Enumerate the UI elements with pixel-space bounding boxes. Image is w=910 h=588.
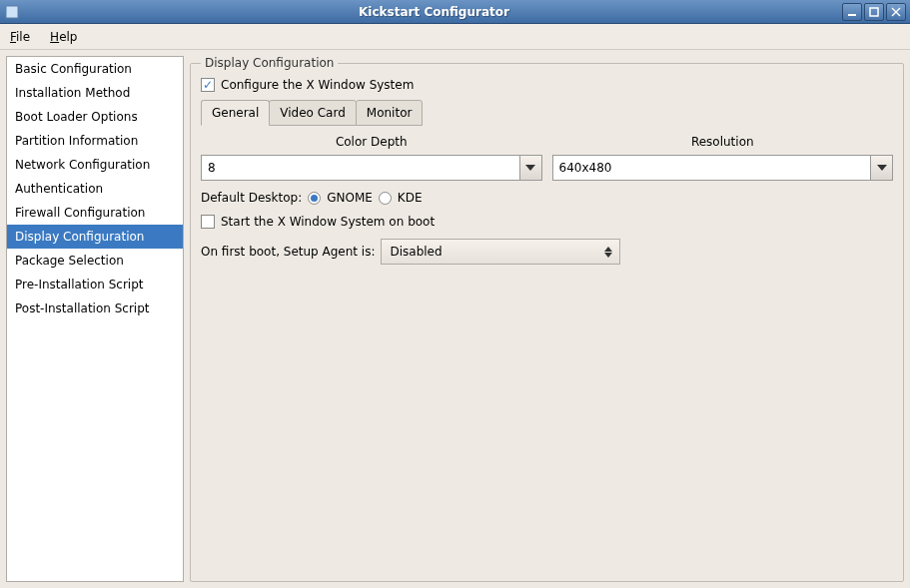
svg-marker-8 <box>604 253 612 258</box>
setup-agent-row: On first boot, Setup Agent is: Disabled <box>201 239 893 265</box>
resolution-value: 640x480 <box>553 156 871 180</box>
spin-icon <box>601 247 615 258</box>
start-x-label: Start the X Window System on boot <box>221 215 435 229</box>
svg-marker-7 <box>604 247 612 252</box>
tab-monitor[interactable]: Monitor <box>356 100 424 126</box>
minimize-button[interactable] <box>842 3 862 21</box>
svg-rect-2 <box>870 8 878 16</box>
tab-bar: General Video Card Monitor <box>201 100 893 126</box>
maximize-button[interactable] <box>864 3 884 21</box>
setup-agent-label: On first boot, Setup Agent is: <box>201 245 375 259</box>
start-x-row: Start the X Window System on boot <box>201 215 893 229</box>
radio-kde-label: KDE <box>398 191 423 205</box>
tab-video-card[interactable]: Video Card <box>269 100 357 126</box>
resolution-label: Resolution <box>691 135 754 149</box>
app-icon <box>4 4 20 20</box>
title-bar: Kickstart Configurator <box>0 0 910 24</box>
radio-gnome-label: GNOME <box>327 191 373 205</box>
main-panel: Display Configuration Configure the X Wi… <box>190 56 904 582</box>
setup-agent-select[interactable]: Disabled <box>381 239 620 265</box>
window-title: Kickstart Configurator <box>26 5 842 19</box>
sidebar-item-post-installation-script[interactable]: Post-Installation Script <box>7 296 183 320</box>
window-controls <box>842 3 906 21</box>
sidebar-item-pre-installation-script[interactable]: Pre-Installation Script <box>7 273 183 296</box>
tab-general[interactable]: General <box>201 100 270 126</box>
sidebar-item-authentication[interactable]: Authentication <box>7 177 183 201</box>
sidebar-item-package-selection[interactable]: Package Selection <box>7 249 183 273</box>
sidebar[interactable]: Basic Configuration Installation Method … <box>6 56 184 582</box>
depth-resolution-row: Color Depth 8 Resolution 640x480 <box>201 135 893 181</box>
resolution-column: Resolution 640x480 <box>552 135 894 181</box>
sidebar-item-boot-loader-options[interactable]: Boot Loader Options <box>7 105 183 129</box>
svg-rect-0 <box>6 6 18 18</box>
menu-help[interactable]: Help <box>46 28 81 46</box>
sidebar-item-basic-configuration[interactable]: Basic Configuration <box>7 57 183 81</box>
sidebar-item-firewall-configuration[interactable]: Firewall Configuration <box>7 201 183 225</box>
svg-marker-5 <box>525 165 535 171</box>
configure-x-row: Configure the X Window System <box>201 78 893 92</box>
chevron-down-icon <box>870 156 892 180</box>
menu-file[interactable]: File <box>6 28 34 46</box>
radio-kde[interactable] <box>379 192 392 205</box>
close-button[interactable] <box>886 3 906 21</box>
sidebar-item-display-configuration[interactable]: Display Configuration <box>7 225 183 249</box>
menu-help-rest: elp <box>59 30 77 44</box>
color-depth-value: 8 <box>202 156 519 180</box>
tab-panel-general: Color Depth 8 Resolution 640x480 <box>201 125 893 324</box>
group-title: Display Configuration <box>201 56 338 70</box>
color-depth-combo[interactable]: 8 <box>201 155 542 181</box>
start-x-checkbox[interactable] <box>201 215 215 229</box>
setup-agent-value: Disabled <box>390 245 442 259</box>
configure-x-label: Configure the X Window System <box>221 78 414 92</box>
chevron-down-icon <box>519 156 541 180</box>
default-desktop-label: Default Desktop: <box>201 191 302 205</box>
sidebar-item-partition-information[interactable]: Partition Information <box>7 129 183 153</box>
resolution-combo[interactable]: 640x480 <box>552 155 894 181</box>
sidebar-item-network-configuration[interactable]: Network Configuration <box>7 153 183 177</box>
menu-bar: File Help <box>0 24 910 50</box>
sidebar-item-installation-method[interactable]: Installation Method <box>7 81 183 105</box>
radio-gnome[interactable] <box>308 192 321 205</box>
color-depth-label: Color Depth <box>336 135 408 149</box>
svg-marker-6 <box>877 165 887 171</box>
display-configuration-group: Display Configuration Configure the X Wi… <box>190 56 904 582</box>
default-desktop-row: Default Desktop: GNOME KDE <box>201 191 893 205</box>
menu-file-rest: ile <box>16 30 30 44</box>
configure-x-checkbox[interactable] <box>201 78 215 92</box>
color-depth-column: Color Depth 8 <box>201 135 542 181</box>
